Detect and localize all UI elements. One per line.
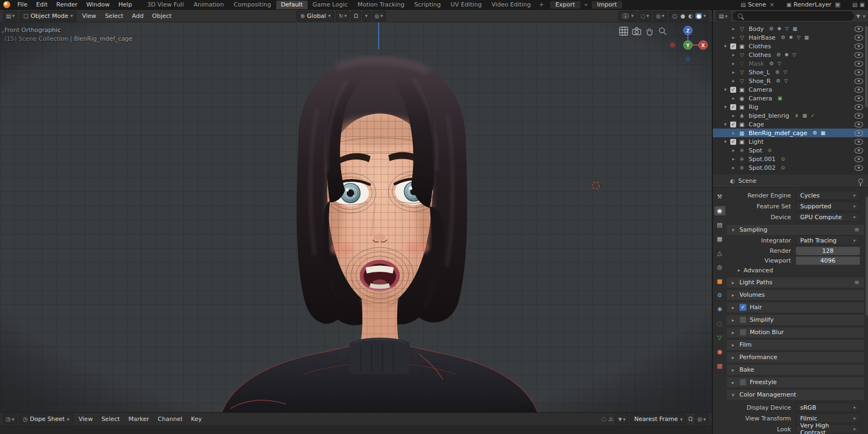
eye-icon[interactable]: [854, 165, 863, 171]
disclosure-triangle-icon[interactable]: ▾: [723, 87, 728, 92]
disclosure-triangle-icon[interactable]: ▸: [731, 35, 736, 40]
outliner-row-mask[interactable]: ▸ ▽ Mask ⚙ ▽: [713, 59, 868, 68]
properties-tab-particles[interactable]: ✱: [714, 305, 725, 314]
properties-tab-tool[interactable]: ⚒: [714, 192, 725, 201]
new-layer-icon[interactable]: ▣: [834, 1, 841, 8]
eye-icon[interactable]: [854, 35, 863, 41]
simplify-checkbox[interactable]: [739, 316, 746, 323]
properties-tab-scene[interactable]: △: [714, 248, 725, 258]
editor-type-dropdown[interactable]: ◷ ▾: [3, 414, 17, 424]
disclosure-triangle-icon[interactable]: ▸: [731, 52, 736, 58]
magnet-icon[interactable]: Ω: [688, 416, 693, 422]
disclosure-triangle-icon[interactable]: ▾: [723, 139, 728, 144]
outliner-row-camera-collection[interactable]: ▾ ✓ ▣ Camera: [713, 85, 868, 94]
disclosure-triangle-icon[interactable]: ▸: [731, 148, 736, 153]
outliner-row-spot-001[interactable]: ▸ ☼ Spot.001 ⊙: [713, 155, 868, 163]
hair-checkbox[interactable]: ✓: [739, 304, 746, 311]
menu-key[interactable]: Key: [188, 416, 205, 423]
disclosure-triangle-icon[interactable]: ▾: [723, 43, 728, 49]
render-engine-dropdown[interactable]: Cycles ▾: [796, 190, 860, 200]
eye-icon[interactable]: [854, 139, 863, 145]
window-icon-a[interactable]: ▤: [852, 2, 857, 8]
eye-icon[interactable]: [854, 113, 863, 119]
shading-wireframe-button[interactable]: ○: [672, 13, 679, 19]
disclosure-triangle-icon[interactable]: ▸: [731, 95, 736, 101]
properties-tab-texture[interactable]: ▩: [714, 361, 725, 371]
subsection-advanced[interactable]: ▸ Advanced: [727, 265, 864, 275]
editor-type-dropdown[interactable]: ▤ ▾: [716, 11, 730, 21]
outliner-row-body[interactable]: ▸ ▽ Body ⚙ ✱ ▽ ▦: [713, 24, 868, 33]
ghost-frames-icon[interactable]: ◌: [602, 416, 607, 422]
menu-add[interactable]: Add: [129, 12, 146, 20]
eye-icon[interactable]: [854, 156, 863, 162]
disclosure-triangle-icon[interactable]: ▾: [723, 104, 728, 110]
outliner-row-camera[interactable]: ▸ ◉ Camera ▣: [713, 94, 868, 103]
pivot-point-dropdown[interactable]: ↻ ▾: [336, 11, 349, 21]
menu-marker[interactable]: Marker: [125, 416, 152, 423]
collection-checkbox[interactable]: ✓: [730, 139, 736, 145]
workspace-tab-game-logic[interactable]: Game Logic: [308, 1, 353, 9]
workspace-tab-motion-tracking[interactable]: Motion Tracking: [353, 1, 410, 9]
dope-sheet-mode-dropdown[interactable]: ◷ Dope Sheet ▾: [19, 414, 73, 424]
pin-icon[interactable]: [858, 178, 863, 183]
gizmo-neg-z[interactable]: [685, 56, 691, 62]
outliner-row-clothes[interactable]: ▸ ▽ Clothes ⚙ ✱ ▽: [713, 50, 868, 59]
menu-object[interactable]: Object: [149, 12, 175, 20]
workspace-tab-video-editing[interactable]: Video Editing: [487, 1, 536, 9]
disclosure-triangle-icon[interactable]: ▸: [731, 113, 736, 118]
properties-tab-physics[interactable]: ◌: [714, 319, 725, 328]
disclosure-triangle-icon[interactable]: ▸: [731, 130, 736, 136]
disclosure-triangle-icon[interactable]: ▸: [731, 156, 736, 162]
section-volumes[interactable]: ▸ Volumes: [727, 289, 864, 300]
eye-icon[interactable]: [854, 43, 863, 49]
menu-file[interactable]: File: [14, 1, 31, 8]
eye-icon[interactable]: [854, 130, 863, 136]
gizmo-neg-x[interactable]: [670, 42, 675, 48]
render-samples-field[interactable]: 128: [796, 247, 860, 255]
eye-icon[interactable]: [854, 69, 863, 75]
properties-tab-object-data[interactable]: ▽: [714, 333, 725, 342]
menu-window[interactable]: Window: [82, 1, 113, 8]
menu-view[interactable]: View: [75, 416, 96, 423]
snap-target-dropdown[interactable]: ▾: [362, 11, 371, 21]
menu-render[interactable]: Render: [53, 1, 81, 8]
filter-icon[interactable]: ▼: [857, 14, 860, 19]
viewport-canvas[interactable]: » Front Orthographic (15) Scene Collecti…: [0, 22, 712, 413]
shading-rendered-button[interactable]: ●: [695, 13, 703, 19]
workspace-tab-scripting[interactable]: Scripting: [410, 1, 446, 9]
add-workspace-button[interactable]: +: [536, 1, 547, 9]
workspace-tab-uv-editing[interactable]: UV Editing: [446, 1, 487, 9]
eye-icon[interactable]: [854, 148, 863, 154]
outliner-search-input[interactable]: [733, 11, 854, 21]
look-dropdown[interactable]: Very High Contrast ▾: [796, 424, 860, 434]
disclosure-triangle-icon[interactable]: ▾: [723, 122, 728, 127]
menu-view[interactable]: View: [79, 12, 99, 20]
properties-tab-object[interactable]: ■: [714, 277, 725, 286]
display-device-dropdown[interactable]: sRGB ▾: [796, 403, 860, 412]
collection-checkbox[interactable]: ✓: [730, 43, 736, 49]
eye-icon[interactable]: [854, 52, 863, 58]
section-film[interactable]: ▸ Film: [727, 339, 864, 350]
presets-menu-icon[interactable]: ≡: [854, 279, 859, 286]
shading-solid-button[interactable]: ●: [679, 13, 686, 19]
properties-tab-modifiers[interactable]: ⚙: [714, 291, 725, 300]
outliner-row-spot[interactable]: ▸ ☼ Spot ⊙: [713, 146, 868, 155]
menu-select[interactable]: Select: [101, 12, 126, 20]
blender-logo-icon[interactable]: [3, 1, 10, 8]
device-dropdown[interactable]: GPU Compute ▾: [796, 212, 860, 222]
presets-menu-icon[interactable]: ≡: [854, 226, 859, 233]
section-performance[interactable]: ▸ Performance: [727, 352, 864, 362]
section-hair[interactable]: ▸ ✓ Hair: [727, 302, 864, 312]
disclosure-triangle-icon[interactable]: ▸: [731, 165, 736, 170]
eye-icon[interactable]: [854, 87, 863, 93]
eye-icon[interactable]: [854, 26, 863, 32]
section-bake[interactable]: ▸ Bake: [727, 364, 864, 375]
disclosure-triangle-icon[interactable]: ▸: [731, 69, 736, 75]
properties-tab-material[interactable]: ●: [714, 347, 725, 356]
import-button[interactable]: Import: [591, 1, 623, 9]
auto-snap-dropdown[interactable]: Nearest Frame ▾: [630, 414, 686, 424]
filter-dropdown[interactable]: ▼ ▾: [615, 414, 628, 424]
outliner-row-blenrig-mdef-cage[interactable]: ▸ ▦ BlenRig_mdef_cage ⚙ ▦: [713, 129, 868, 137]
outliner-row-light-collection[interactable]: ▾ ✓ ▣ Light: [713, 137, 868, 146]
properties-tab-view-layer[interactable]: ▦: [714, 234, 725, 244]
